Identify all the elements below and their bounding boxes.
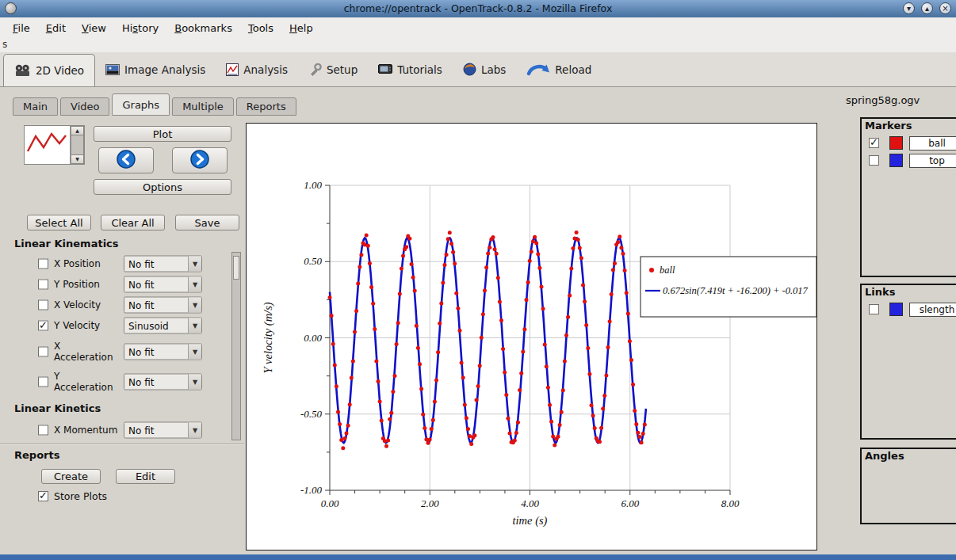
x-acceleration-fit-dropdown[interactable]: No fit ▼ (124, 344, 202, 360)
options-button[interactable]: Options (94, 179, 231, 195)
svg-text:0.00: 0.00 (321, 497, 339, 509)
y-acceleration-label: Y Acceleration (54, 371, 120, 394)
y-velocity-checkbox[interactable] (38, 321, 48, 331)
svg-text:4.00: 4.00 (521, 497, 539, 509)
link-slength-color-swatch[interactable] (889, 303, 903, 316)
toolbar-tab-setup[interactable]: Setup (298, 52, 368, 86)
tab-main[interactable]: Main (13, 97, 58, 116)
create-report-button[interactable]: Create (41, 469, 101, 484)
linear-kinematics-header: Linear Kinematics (14, 238, 119, 250)
stray-text: s (2, 39, 7, 50)
y-position-checkbox[interactable] (38, 280, 48, 290)
chevron-down-icon: ▼ (188, 318, 201, 333)
plot-thumbnail-icon (25, 126, 71, 164)
y-position-fit-dropdown[interactable]: No fit ▼ (124, 276, 202, 293)
svg-text:1.00: 1.00 (304, 179, 322, 191)
row-x-velocity: X Velocity No fit ▼ (0, 295, 231, 315)
marker-ball-checkbox[interactable] (869, 138, 879, 148)
tab-video[interactable]: Video (60, 97, 109, 116)
markers-title: Markers (865, 120, 912, 131)
chart-page-icon (226, 63, 239, 76)
minimize-button[interactable]: ▾ (903, 2, 915, 14)
toolbar-tab-labs[interactable]: Labs (453, 52, 516, 86)
menu-bookmarks[interactable]: Bookmarks (166, 20, 240, 36)
link-slength-label[interactable]: slength (909, 303, 956, 317)
toolbar-tab-label: 2D Video (36, 64, 84, 77)
toolbar-tab-label: Labs (481, 63, 506, 76)
marker-ball-label[interactable]: ball (909, 136, 956, 150)
links-title: Links (865, 286, 895, 298)
svg-text:0.672sin(7.419t + -16.200) + -: 0.672sin(7.419t + -16.200) + -0.017 (663, 285, 809, 296)
plot-spinner-up-icon[interactable]: ▲ (71, 126, 84, 135)
menu-help[interactable]: Help (281, 20, 321, 36)
reports-header: Reports (14, 449, 59, 461)
toolbar-tab-label: Reload (555, 63, 591, 76)
svg-text:0.00: 0.00 (304, 332, 322, 344)
film-projector-icon (14, 64, 31, 77)
chevron-down-icon: ▼ (188, 423, 201, 438)
window-title: chrome://opentrack - OpenTrack-0.8.2 - M… (0, 0, 956, 17)
toolbar-tab-reload[interactable]: Reload (516, 52, 602, 86)
plot-preview[interactable]: ▲ ▼ (24, 125, 85, 165)
previous-plot-button[interactable] (98, 147, 154, 173)
fit-value: No fit (124, 279, 188, 290)
maximize-button[interactable]: ▴ (921, 2, 933, 14)
x-momentum-checkbox[interactable] (38, 425, 48, 436)
row-y-acceleration: Y Acceleration No fit ▼ (0, 368, 231, 396)
x-position-checkbox[interactable] (38, 259, 48, 269)
y-acceleration-fit-dropdown[interactable]: No fit ▼ (124, 374, 202, 390)
toolbar-tab-tutorials[interactable]: Tutorials (368, 52, 453, 86)
tab-reports[interactable]: Reports (236, 97, 296, 116)
angles-title: Angles (865, 450, 904, 462)
link-slength-checkbox[interactable] (869, 304, 879, 314)
x-position-label: X Position (54, 258, 120, 269)
toolbar-tab-2d-video[interactable]: 2D Video (3, 54, 95, 86)
chevron-down-icon: ▼ (188, 345, 201, 360)
menu-history[interactable]: History (114, 20, 166, 36)
edit-report-button[interactable]: Edit (116, 469, 175, 484)
y-velocity-plot[interactable]: 0.002.004.006.008.001.000.500.00-0.50-1.… (247, 124, 816, 550)
plot-button[interactable]: Plot (94, 126, 231, 142)
menu-tools[interactable]: Tools (240, 20, 281, 36)
clear-all-button[interactable]: Clear All (101, 215, 165, 230)
x-velocity-checkbox[interactable] (38, 300, 48, 310)
x-velocity-fit-dropdown[interactable]: No fit ▼ (124, 297, 202, 314)
fit-value: No fit (124, 376, 188, 387)
plot-spinner-down-icon[interactable]: ▼ (71, 154, 84, 164)
toolbar-tab-label: Setup (327, 63, 358, 76)
marker-ball-color-swatch[interactable] (889, 136, 903, 150)
y-acceleration-checkbox[interactable] (38, 377, 48, 387)
tab-graphs[interactable]: Graphs (112, 93, 170, 116)
kinematics-scrollbar[interactable] (231, 252, 241, 440)
x-momentum-fit-dropdown[interactable]: No fit ▼ (124, 422, 202, 439)
tab-multiple[interactable]: Multiple (172, 97, 234, 116)
marker-top-checkbox[interactable] (869, 155, 879, 166)
menu-file[interactable]: File (5, 20, 38, 36)
svg-text:8.00: 8.00 (721, 497, 740, 509)
toolbar-tab-image-analysis[interactable]: Image Analysis (95, 52, 216, 86)
titlebar[interactable]: chrome://opentrack - OpenTrack-0.8.2 - M… (0, 0, 956, 17)
next-plot-button[interactable] (172, 147, 228, 173)
row-x-momentum: X Momentum No fit ▼ (0, 420, 231, 440)
menu-edit[interactable]: Edit (38, 20, 74, 36)
plot-spinner-track[interactable] (71, 135, 84, 154)
angles-panel: Angles (860, 448, 956, 524)
marker-top-label[interactable]: top (909, 154, 956, 168)
scrollbar-thumb[interactable] (233, 256, 239, 280)
links-panel: Links slength (860, 284, 956, 440)
fit-value: No fit (124, 258, 188, 269)
save-button[interactable]: Save (175, 215, 239, 230)
x-position-fit-dropdown[interactable]: No fit ▼ (124, 256, 202, 272)
plot-panel: 0.002.004.006.008.001.000.500.00-0.50-1.… (246, 123, 817, 550)
menu-view[interactable]: View (74, 20, 114, 36)
image-analysis-icon (105, 64, 120, 75)
svg-text:ball: ball (660, 265, 675, 276)
y-velocity-fit-dropdown[interactable]: Sinusoid ▼ (124, 318, 202, 334)
select-all-button[interactable]: Select All (27, 215, 91, 230)
x-acceleration-checkbox[interactable] (38, 347, 48, 357)
row-x-acceleration: X Acceleration No fit ▼ (0, 337, 231, 366)
close-button[interactable]: × (939, 2, 951, 14)
marker-top-color-swatch[interactable] (889, 154, 903, 167)
store-plots-checkbox[interactable] (38, 491, 48, 501)
toolbar-tab-analysis[interactable]: Analysis (216, 52, 298, 86)
